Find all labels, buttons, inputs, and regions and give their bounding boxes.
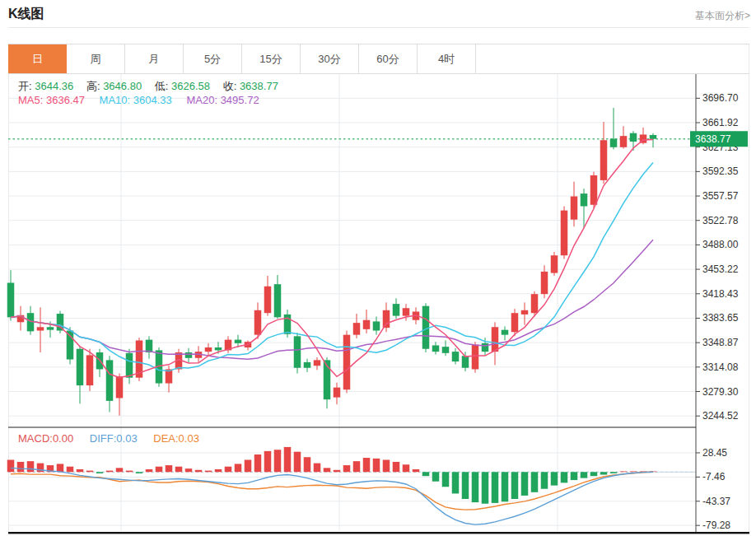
- low-label: 低:: [155, 80, 169, 92]
- axis-tick-label: 3244.52: [702, 410, 739, 422]
- high-value: 3646.80: [103, 80, 142, 92]
- macd-bar: [27, 461, 35, 472]
- candle-body: [116, 376, 124, 398]
- macd-bar: [620, 471, 628, 472]
- diff-label: DIFF:: [90, 432, 117, 445]
- macd-bar: [86, 471, 94, 473]
- candle-body: [511, 313, 519, 332]
- candle-body: [383, 310, 390, 328]
- diff-value: 0.03: [116, 432, 137, 445]
- candle-body: [492, 327, 499, 352]
- macd-bar: [284, 447, 292, 472]
- macd-bar: [254, 454, 262, 472]
- macd-bar: [521, 472, 529, 496]
- macd-bar: [106, 471, 114, 473]
- candle-body: [215, 347, 222, 350]
- ma10-label: MA10:: [100, 94, 131, 106]
- axis-tick-label: -79.28: [702, 520, 730, 531]
- macd-bar: [422, 472, 430, 476]
- candle-body: [442, 347, 450, 353]
- candle-body: [422, 306, 430, 349]
- macd-bar: [610, 472, 618, 473]
- candle-body: [482, 343, 489, 352]
- candle-body: [531, 294, 539, 313]
- candle-body: [462, 356, 469, 368]
- axis-tick-label: 3488.00: [702, 239, 739, 250]
- candle-body: [452, 352, 460, 361]
- kline-page: K线图 基本面分析> 日周月5分15分30分60分4时 3696.703661.…: [0, 0, 756, 536]
- macd-bar: [116, 468, 124, 472]
- macd-bar: [502, 472, 509, 501]
- ma20-label: MA20:: [186, 94, 217, 106]
- candle-body: [304, 362, 311, 368]
- candle-body: [363, 320, 371, 329]
- close-label: 收:: [223, 80, 237, 92]
- macd-bar: [442, 472, 450, 487]
- axis-tick-label: 3348.87: [702, 337, 739, 348]
- macd-bar: [57, 464, 64, 472]
- macd-bar: [205, 471, 212, 473]
- candle-body: [235, 340, 242, 343]
- candle-body: [403, 308, 410, 315]
- macd-bar: [413, 469, 420, 472]
- candle-body: [373, 321, 380, 330]
- open-label: 开:: [18, 80, 32, 92]
- macd-bar: [462, 472, 469, 499]
- axis-tick-label: -43.37: [702, 496, 730, 507]
- axis-tick-label: 3314.08: [702, 361, 739, 373]
- candle-body: [561, 211, 568, 256]
- macd-bar: [77, 469, 84, 472]
- macd-bar: [215, 469, 222, 472]
- macd-bar: [472, 472, 479, 502]
- macd-bar: [482, 472, 489, 503]
- macd-bar: [17, 462, 25, 472]
- candle-body: [581, 193, 588, 206]
- axis-tick-label: 3696.70: [702, 92, 739, 104]
- candle-body: [630, 133, 637, 142]
- high-label: 高:: [86, 80, 100, 92]
- macd-bar: [581, 472, 588, 478]
- candle-body: [353, 323, 361, 335]
- ohlc-readout: 开: 3644.36 高: 3646.80 低: 3626.58 收: 3638…: [18, 79, 288, 94]
- open-value: 3644.36: [35, 80, 73, 92]
- candle-body: [77, 349, 84, 385]
- candle-body: [37, 327, 44, 330]
- candle-body: [294, 336, 301, 367]
- candle-body: [7, 282, 15, 317]
- macd-bar: [235, 464, 242, 472]
- candle-body: [393, 304, 400, 316]
- macd-bar: [343, 465, 351, 472]
- macd-bar: [136, 472, 143, 473]
- macd-bar: [363, 458, 371, 472]
- candle-body: [472, 345, 479, 370]
- candle-body: [650, 135, 657, 139]
- macd-label: MACD:: [18, 432, 53, 445]
- macd-bar: [630, 471, 637, 472]
- candle-body: [334, 388, 341, 398]
- macd-bar: [195, 470, 203, 472]
- candle-body: [314, 360, 321, 366]
- ma-readout: MA5: 3636.47 MA10: 3604.33 MA20: 3495.72: [18, 94, 259, 106]
- candle-body: [610, 139, 618, 147]
- axis-tick-label: 3522.78: [702, 215, 739, 226]
- candle-body: [502, 330, 509, 335]
- macd-bar: [274, 450, 282, 472]
- candle-body: [264, 287, 272, 313]
- axis-tick-label: -7.46: [702, 471, 726, 482]
- axis-tick-label: 3661.92: [702, 117, 739, 128]
- macd-bar: [304, 457, 311, 472]
- candle-body: [432, 345, 440, 352]
- macd-bar: [175, 467, 183, 473]
- macd-bar: [324, 468, 331, 472]
- macd-bar: [541, 472, 548, 488]
- low-value: 3626.58: [171, 80, 210, 92]
- axis-tick-label: 3557.57: [702, 190, 739, 202]
- candle-body: [551, 255, 558, 273]
- macd-value: 0.00: [53, 432, 73, 445]
- macd-bar: [561, 472, 568, 482]
- ma20-value: 3495.72: [221, 94, 259, 106]
- dea-label: DEA:: [153, 432, 178, 445]
- macd-bar: [551, 472, 558, 485]
- candle-body: [343, 335, 351, 390]
- macd-bar: [432, 472, 440, 481]
